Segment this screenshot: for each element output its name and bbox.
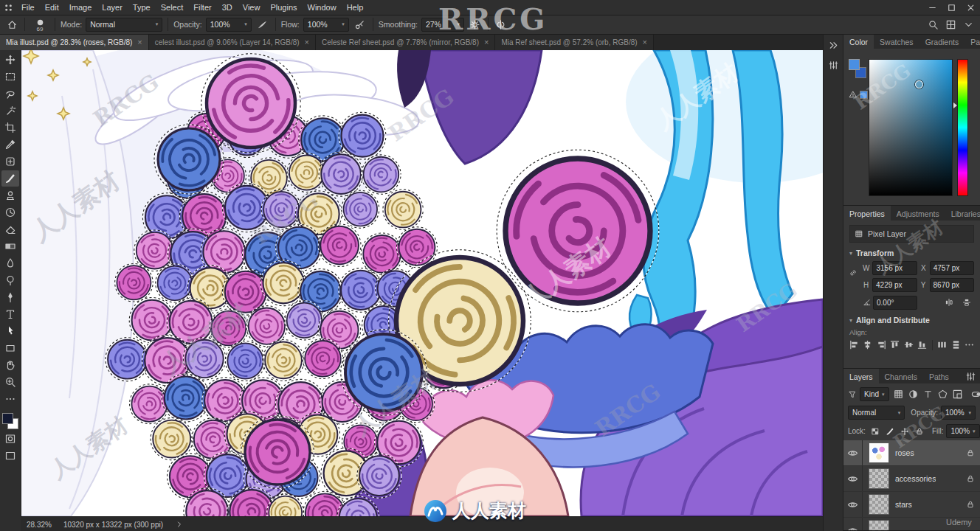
smoothing-options-gear-icon[interactable] xyxy=(468,17,483,32)
layer-thumbnail[interactable] xyxy=(869,468,889,489)
lock-position-icon[interactable] xyxy=(898,425,911,438)
layer-name[interactable]: stars xyxy=(895,500,912,509)
layer-row-accessories[interactable]: accessories xyxy=(843,466,980,492)
window-close-icon[interactable] xyxy=(961,0,980,15)
airbrush-icon[interactable] xyxy=(353,17,368,32)
foreground-background-chips[interactable] xyxy=(849,59,866,78)
align-section-header[interactable]: ▾Align and Distribute xyxy=(843,311,980,327)
edit-toolbar-icon[interactable] xyxy=(1,391,19,407)
filter-smart-objects-icon[interactable] xyxy=(951,388,965,401)
y-position-field[interactable]: 8670 px xyxy=(930,278,974,292)
healing-brush-tool[interactable] xyxy=(1,153,19,170)
menu-layer[interactable]: Layer xyxy=(97,0,128,15)
align-right-icon[interactable] xyxy=(875,339,887,351)
saturation-brightness-field[interactable] xyxy=(869,59,953,196)
gradient-tool[interactable] xyxy=(1,238,19,254)
chevron-down-icon[interactable] xyxy=(961,17,976,32)
document-tab-2[interactable]: celest illust.psd @ 9.06% (Layer 14, RGB… xyxy=(149,34,316,50)
layer-thumbnail[interactable] xyxy=(869,520,889,530)
screen-mode-icon[interactable] xyxy=(1,448,19,464)
menu-window[interactable]: Window xyxy=(303,0,342,15)
zoom-tool[interactable] xyxy=(1,374,19,390)
shape-tool[interactable] xyxy=(1,340,19,356)
width-field[interactable]: 3156 px xyxy=(872,261,917,275)
opacity-select[interactable]: 100%▾ xyxy=(206,18,252,32)
document-tab-1[interactable]: Mia illust.psd @ 28.3% (roses, RGB/8) × xyxy=(0,34,149,50)
color-cursor[interactable] xyxy=(915,80,923,88)
hue-slider[interactable] xyxy=(957,59,968,196)
lock-pixels-icon[interactable] xyxy=(883,425,897,438)
color-tab-gradients[interactable]: Gradients xyxy=(919,34,965,49)
document-tab-4[interactable]: Mia Ref sheet.psd @ 57.2% (orb, RGB/8) × xyxy=(495,34,654,50)
close-tab-icon[interactable]: × xyxy=(643,38,647,46)
gamut-swatch[interactable] xyxy=(860,91,868,99)
close-tab-icon[interactable]: × xyxy=(484,38,489,46)
menu-filter[interactable]: Filter xyxy=(188,0,216,15)
foreground-background-swatches[interactable] xyxy=(1,412,19,430)
align-center-vertical-icon[interactable] xyxy=(903,339,914,351)
lasso-tool[interactable] xyxy=(1,86,19,102)
pen-tool[interactable] xyxy=(1,289,19,305)
align-top-icon[interactable] xyxy=(888,339,900,351)
document-tab-3[interactable]: Celeste Ref sheet.psd @ 7.78% (mirror, R… xyxy=(316,34,495,50)
layer-visibility-eye-icon[interactable] xyxy=(843,518,863,530)
layer-row-stars[interactable]: stars xyxy=(843,492,980,518)
eraser-tool[interactable] xyxy=(1,221,19,237)
flip-horizontal-icon[interactable] xyxy=(942,295,956,310)
color-tab-patterns[interactable]: Patterns xyxy=(965,34,980,49)
layer-thumbnail[interactable] xyxy=(869,494,889,515)
layer-visibility-eye-icon[interactable] xyxy=(843,466,863,491)
close-tab-icon[interactable]: × xyxy=(137,38,142,46)
properties-tab-properties[interactable]: Properties xyxy=(843,206,891,221)
move-tool[interactable] xyxy=(1,52,19,68)
brush-preset-picker[interactable]: 69 xyxy=(30,17,49,32)
hand-tool[interactable] xyxy=(1,357,19,373)
blur-tool[interactable] xyxy=(1,255,19,271)
layer-name[interactable]: roses xyxy=(895,448,914,457)
layers-tab-channels[interactable]: Channels xyxy=(879,369,923,384)
layer-thumbnail[interactable] xyxy=(869,442,889,463)
menu-type[interactable]: Type xyxy=(128,0,156,15)
menu-view[interactable]: View xyxy=(238,0,266,15)
quick-mask-icon[interactable] xyxy=(1,431,19,447)
filter-shape-layers-icon[interactable] xyxy=(936,388,950,401)
marquee-tool[interactable] xyxy=(1,69,19,85)
distribute-vertical-icon[interactable] xyxy=(950,339,962,351)
blend-mode-select[interactable]: Normal▾ xyxy=(86,18,162,32)
link-dimensions-icon[interactable] xyxy=(849,268,858,277)
panel-options-icon[interactable] xyxy=(828,60,839,71)
path-selection-tool[interactable] xyxy=(1,323,19,339)
window-minimize-icon[interactable] xyxy=(922,0,942,15)
layer-row[interactable] xyxy=(843,518,980,530)
type-tool[interactable] xyxy=(1,306,19,322)
properties-tab-adjustments[interactable]: Adjustments xyxy=(891,206,945,221)
layer-visibility-eye-icon[interactable] xyxy=(843,492,863,517)
close-tab-icon[interactable]: × xyxy=(305,38,309,46)
x-position-field[interactable]: 4757 px xyxy=(930,261,974,275)
lock-transparent-icon[interactable] xyxy=(869,425,882,438)
layer-opacity-select[interactable]: 100%▾ xyxy=(941,406,976,420)
height-field[interactable]: 4229 px xyxy=(872,278,917,292)
menu-select[interactable]: Select xyxy=(156,0,189,15)
lock-all-icon[interactable] xyxy=(913,425,926,438)
transform-section-header[interactable]: ▾Transform xyxy=(843,244,980,260)
search-icon[interactable] xyxy=(925,17,940,32)
properties-tab-libraries[interactable]: Libraries xyxy=(945,206,980,221)
brush-tool[interactable] xyxy=(1,170,19,187)
layer-name[interactable]: accessories xyxy=(895,474,936,483)
filter-adjustment-layers-icon[interactable] xyxy=(907,388,920,401)
eyedropper-tool[interactable] xyxy=(1,136,19,153)
color-tab-color[interactable]: Color xyxy=(843,34,874,49)
zoom-level[interactable]: 28.32% xyxy=(27,521,52,529)
filter-toggle-icon[interactable] xyxy=(970,388,980,401)
layers-tab-paths[interactable]: Paths xyxy=(923,369,955,384)
gamut-warning-icon[interactable] xyxy=(849,90,858,99)
home-icon[interactable] xyxy=(4,17,19,32)
crop-tool[interactable] xyxy=(1,119,19,136)
menu-edit[interactable]: Edit xyxy=(40,0,64,15)
layer-blend-mode-select[interactable]: Normal▾ xyxy=(848,406,905,420)
smoothing-select[interactable]: 27%▾ xyxy=(421,18,464,32)
align-bottom-icon[interactable] xyxy=(916,339,928,351)
menu-plugins[interactable]: Plugins xyxy=(265,0,302,15)
history-brush-tool[interactable] xyxy=(1,204,19,221)
